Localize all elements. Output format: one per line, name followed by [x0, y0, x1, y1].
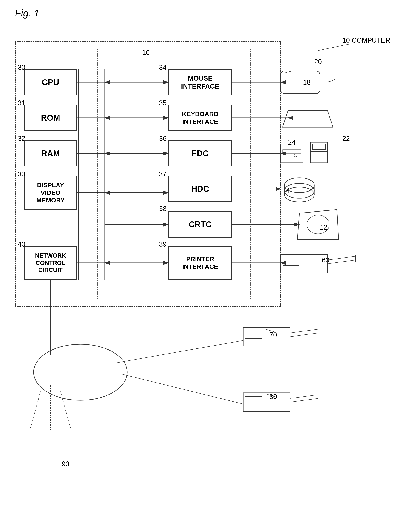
ref-60: 60 [322, 256, 329, 264]
svg-line-27 [122, 374, 243, 404]
figure-label: Fig. 1 [15, 7, 39, 19]
svg-line-29 [60, 389, 71, 430]
ram-box: RAM [24, 140, 77, 166]
svg-rect-47 [312, 144, 325, 150]
ref-20: 20 [314, 58, 322, 66]
network-control-circuit-box: NETWORKCONTROLCIRCUIT [24, 246, 77, 280]
svg-line-75 [290, 395, 318, 399]
ref-90: 90 [62, 460, 69, 468]
ref-41: 41 [286, 187, 294, 195]
ref-70: 70 [269, 331, 277, 339]
rom-box: ROM [24, 105, 77, 131]
svg-line-33 [284, 71, 292, 73]
svg-rect-64 [243, 327, 290, 346]
crtc-box: CRTC [168, 211, 232, 238]
ref-24: 24 [288, 139, 296, 146]
svg-line-76 [290, 399, 318, 402]
svg-line-69 [290, 333, 318, 337]
fdc-box: FDC [168, 140, 232, 166]
svg-rect-57 [281, 254, 327, 273]
svg-rect-44 [283, 150, 301, 153]
svg-point-31 [34, 344, 127, 400]
svg-line-62 [327, 260, 356, 264]
svg-line-68 [290, 329, 318, 333]
mouse-interface-box: MOUSEINTERFACE [168, 69, 232, 95]
ref-22: 22 [342, 135, 350, 143]
printer-interface-box: PRINTERINTERFACE [168, 246, 232, 280]
keyboard-interface-box: KEYBOARDINTERFACE [168, 105, 232, 131]
cpu-box: CPU [24, 69, 77, 95]
svg-line-30 [30, 389, 41, 430]
svg-line-61 [327, 256, 356, 260]
svg-line-26 [116, 341, 243, 363]
ref-12: 12 [320, 223, 327, 231]
svg-rect-32 [281, 71, 320, 94]
svg-line-23 [318, 44, 350, 51]
hdc-box: HDC [168, 176, 232, 202]
ref-18: 18 [303, 79, 311, 86]
svg-rect-46 [311, 142, 327, 163]
display-video-memory-box: DISPLAYVIDEOMEMORY [24, 176, 77, 209]
svg-rect-71 [243, 393, 290, 412]
svg-rect-43 [281, 144, 303, 163]
ref-computer: 10 COMPUTER [342, 37, 390, 44]
ref-80: 80 [269, 393, 277, 401]
svg-point-45 [294, 154, 297, 157]
